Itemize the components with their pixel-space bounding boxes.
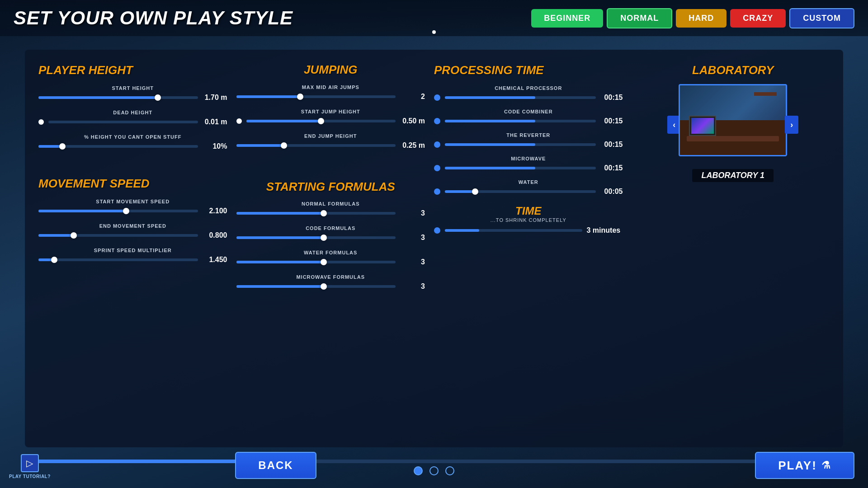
water-formulas-label: WATER FORMULAS: [236, 250, 425, 255]
code-formulas-track[interactable]: [236, 236, 396, 239]
back-button[interactable]: BACK: [235, 452, 316, 479]
reverter-track[interactable]: [445, 143, 596, 146]
chem-processor-item: CHEMICAL PROCESSOR 00:15: [434, 85, 623, 102]
max-mid-air-thumb[interactable]: [297, 94, 303, 100]
end-jump-value: 0.25 m: [400, 141, 425, 150]
water-formulas-row: 3: [236, 258, 425, 266]
microwave-formulas-track[interactable]: [236, 285, 396, 288]
sep1: [38, 159, 227, 172]
start-height-thumb[interactable]: [155, 94, 161, 101]
dead-height-value: 0.01 m: [203, 118, 227, 126]
normal-formulas-group: NORMAL FORMULAS 3: [236, 201, 425, 217]
microwave-row: 00:15: [434, 164, 623, 172]
page-dot-3[interactable]: [445, 466, 454, 475]
max-mid-air-group: MAX MID AIR JUMPS 2: [236, 84, 425, 101]
end-movement-track[interactable]: [38, 234, 198, 237]
lab-desk: [687, 136, 779, 141]
water-track[interactable]: [445, 190, 596, 193]
microwave-formulas-fill: [236, 285, 324, 288]
reverter-fill: [445, 143, 535, 146]
code-combiner-fill: [445, 120, 535, 122]
laboratory-viewer: ‹ ›: [670, 84, 796, 165]
max-mid-air-track[interactable]: [236, 95, 396, 98]
col-jumping: Jumping MAX MID AIR JUMPS 2 START JUMP H…: [236, 63, 434, 438]
header-dot: [432, 30, 436, 34]
microwave-dot: [434, 165, 440, 171]
start-jump-track[interactable]: [246, 120, 396, 122]
code-combiner-value: 00:15: [600, 117, 623, 125]
code-combiner-track[interactable]: [445, 120, 596, 122]
chem-processor-row: 00:15: [434, 94, 623, 102]
chem-processor-label: CHEMICAL PROCESSOR: [434, 85, 623, 91]
start-movement-track[interactable]: [38, 210, 198, 212]
start-movement-label: START MOVEMENT SPEED: [38, 199, 227, 204]
flask-icon: ⚗: [821, 460, 831, 471]
lab-shelf: [754, 92, 777, 96]
formulas-section: Starting Formulas NORMAL FORMULAS 3 CODE…: [236, 180, 425, 291]
header: Set your own Play style BEGINNER NORMAL …: [0, 0, 868, 36]
sprint-thumb[interactable]: [51, 257, 57, 263]
time-track[interactable]: [445, 229, 582, 232]
chem-processor-track[interactable]: [445, 96, 596, 99]
water-formulas-group: WATER FORMULAS 3: [236, 250, 425, 266]
dead-height-track[interactable]: [48, 121, 198, 123]
jumping-title: Jumping: [236, 63, 425, 76]
page-title: Set your own Play style: [14, 7, 531, 29]
start-jump-thumb[interactable]: [318, 118, 324, 124]
reverter-item: THE REVERTER 00:15: [434, 132, 623, 149]
play-button[interactable]: PLAY! ⚗: [755, 452, 854, 479]
normal-formulas-row: 3: [236, 209, 425, 217]
end-movement-group: END MOVEMENT SPEED 0.800: [38, 223, 227, 239]
normal-formulas-thumb[interactable]: [321, 210, 327, 216]
player-height-title: Player Height: [38, 63, 227, 77]
sprint-track[interactable]: [38, 258, 198, 261]
cant-open-track[interactable]: [38, 145, 198, 148]
dead-height-group: DEAD HEIGHT 0.01 m: [38, 110, 227, 126]
lab-next-button[interactable]: ›: [785, 116, 798, 134]
code-formulas-row: 3: [236, 234, 425, 242]
end-jump-track[interactable]: [236, 144, 396, 147]
normal-formulas-track[interactable]: [236, 212, 396, 215]
water-formulas-track[interactable]: [236, 261, 396, 263]
start-jump-value: 0.50 m: [400, 117, 425, 125]
water-row: 00:05: [434, 188, 623, 196]
tutorial-button[interactable]: ▷ PLAY TUTORIAL?: [9, 454, 51, 479]
cant-open-thumb[interactable]: [59, 143, 66, 150]
laboratory-name: Laboratory 1: [692, 169, 774, 182]
start-height-track[interactable]: [38, 96, 198, 99]
page-dots: [414, 466, 454, 475]
end-jump-fill: [236, 144, 284, 147]
end-jump-group: END JUMP HEIGHT 0.25 m: [236, 133, 425, 150]
difficulty-crazy[interactable]: CRAZY: [730, 9, 786, 28]
difficulty-hard[interactable]: HARD: [676, 9, 726, 28]
page-dot-2[interactable]: [429, 466, 439, 475]
reverter-dot: [434, 141, 440, 148]
page-dot-1[interactable]: [414, 466, 423, 475]
code-formulas-thumb[interactable]: [321, 235, 327, 241]
water-dot: [434, 188, 440, 195]
end-movement-row: 0.800: [38, 231, 227, 239]
code-formulas-label: CODE FORMULAS: [236, 225, 425, 231]
microwave-track[interactable]: [445, 167, 596, 169]
end-movement-value: 0.800: [203, 231, 227, 239]
end-movement-thumb[interactable]: [71, 232, 77, 239]
water-formulas-thumb[interactable]: [321, 259, 327, 265]
max-mid-air-fill: [236, 95, 300, 98]
max-mid-air-row: 2: [236, 93, 425, 101]
end-jump-thumb[interactable]: [281, 142, 287, 149]
time-section: TIME ...TO SHRINK COMPLETELY 3 minutes: [434, 205, 623, 235]
dead-height-dot: [38, 119, 44, 125]
difficulty-beginner[interactable]: BEGINNER: [531, 9, 603, 28]
start-movement-fill: [38, 210, 126, 212]
microwave-formulas-group: MICROWAVE FORMULAS 3: [236, 274, 425, 291]
bottom-progress-bar: [25, 460, 843, 463]
start-movement-thumb[interactable]: [123, 208, 129, 214]
microwave-formulas-thumb[interactable]: [321, 283, 327, 290]
difficulty-custom[interactable]: CUSTOM: [789, 8, 854, 28]
code-combiner-label: CODE COMBINER: [434, 109, 623, 114]
dead-height-label: DEAD HEIGHT: [38, 110, 227, 115]
difficulty-normal[interactable]: NORMAL: [607, 8, 672, 28]
max-mid-air-label: MAX MID AIR JUMPS: [236, 84, 425, 90]
water-thumb[interactable]: [472, 188, 478, 195]
end-jump-row: 0.25 m: [236, 141, 425, 150]
